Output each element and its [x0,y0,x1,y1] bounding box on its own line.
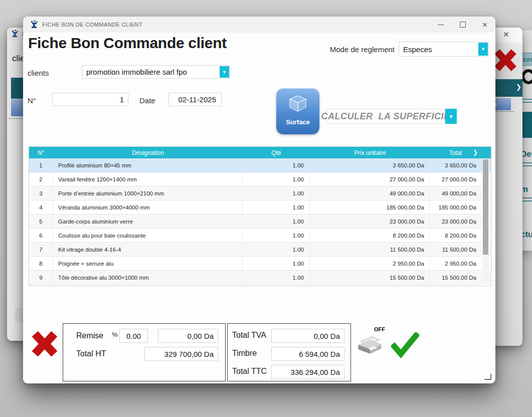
maximize-button[interactable] [455,17,470,33]
total-ttc-label: Total TTC [232,367,267,376]
close-button[interactable]: ✕ [477,17,492,33]
window-titlebar: FICHE BON DE COMMANDE CLIENT ✕ [23,17,495,33]
surface-button-label: Surface [276,118,319,126]
col-header-qte[interactable]: Qté [243,147,310,158]
table-row[interactable]: 5 Garde-corps aluminium verre 1.00 23 00… [29,215,491,229]
app-icon [11,30,19,38]
numero-input[interactable]: 1 [52,93,128,106]
delete-icon[interactable] [493,47,518,74]
table-row[interactable]: 1 Profilé aluminium 80×45 mm 1.00 3 650,… [29,158,491,172]
vertical-scrollbar[interactable] [482,159,489,284]
remise-total-ht-box: Remise % 0.00 0,00 Da Total HT 329 700,0… [63,323,226,381]
numero-label: N° [28,96,36,105]
remise-label: Remise [76,331,103,340]
window-title: FICHE BON DE COMMANDE CLIENT [42,22,142,28]
app-icon [30,21,38,29]
resize-grip[interactable] [484,374,491,380]
chevron-down-icon[interactable]: ▼ [220,66,229,78]
mode-reglement-select[interactable]: Especes ▼ [399,42,489,57]
clients-value: promotion immobiliere sarl fpo [86,68,187,76]
col-header-prix-unitaire[interactable]: Prix unitaire [310,147,430,158]
clients-select[interactable]: promotion immobiliere sarl fpo ▼ [82,65,230,79]
minimize-icon [438,25,444,25]
background-logo-icon [521,69,532,84]
table-row[interactable]: 7 Kit vitrage double 4-16-4 1.00 11 500,… [29,243,491,257]
background-nav-button[interactable]: ❯ [495,79,522,97]
table-row[interactable]: 2 Vantail fenêtre 1200×1400 mm 1.00 27 0… [29,172,491,186]
validate-icon[interactable] [391,332,419,360]
grid-body: 1 Profilé aluminium 80×45 mm 1.00 3 650,… [29,158,491,285]
table-row[interactable]: 8 Poignée + serrure alu 1.00 2 950,00 Da… [29,257,491,271]
background-tab-fragment[interactable]: ture [521,53,532,66]
col-header-numero[interactable]: N° [29,147,53,158]
chevron-down-icon[interactable]: ▼ [445,109,457,124]
cube-icon [286,93,309,116]
date-input[interactable]: 02-11-2025 [168,93,222,106]
surface-button[interactable]: Surface [276,88,319,134]
timbre-label: Timbre [232,349,257,358]
order-form-window: FICHE BON DE COMMANDE CLIENT ✕ Fiche Bon… [23,17,495,383]
printer-status-badge: OFF [374,326,385,332]
background-teal-block [522,112,532,138]
calculer-superficie-label: CALCULER LA SUPERFICIE [326,109,445,124]
chevron-right-icon: ❯ [516,83,521,91]
tva-timbre-ttc-box: Total TVA 0,00 Da Timbre 6 594,00 Da Tot… [227,323,351,381]
close-icon[interactable]: ✕ [503,30,509,39]
close-icon: ✕ [482,22,488,28]
total-ttc-input[interactable]: 336 294,00 Da [271,365,344,379]
clients-label: clients [28,69,49,77]
maximize-icon [460,22,466,28]
mode-reglement-value: Especes [403,45,432,54]
mode-reglement-label: Mode de reglement [318,45,395,54]
chevron-down-icon[interactable]: ▼ [478,43,488,56]
percent-label: % [112,331,118,338]
minimize-button[interactable] [433,17,448,33]
printer-icon[interactable] [355,332,384,357]
table-row[interactable]: 6 Coulisse alu pour baie coulissante 1.0… [29,229,491,243]
timbre-input[interactable]: 6 594,00 Da [271,347,344,361]
order-lines-grid: N° Désignation Qté Prix unitaire Total ❯… [29,146,491,286]
total-ht-input[interactable]: 329 700,00 Da [144,347,218,361]
page-title: Fiche Bon Commande client [28,35,227,52]
col-header-designation[interactable]: Désignation [53,147,243,158]
calculer-superficie-button[interactable]: CALCULER LA SUPERFICIE ▼ [326,109,457,124]
total-tva-label: Total TVA [232,331,266,340]
table-row[interactable]: 9 Tôle décorative alu 3000×1000 mm 1.00 … [29,271,491,285]
total-tva-input[interactable]: 0,00 Da [271,329,344,343]
remise-amount-input[interactable]: 0,00 Da [158,329,218,343]
remise-percent-input[interactable]: 0.00 [119,329,148,343]
grid-header: N° Désignation Qté Prix unitaire Total ❯ [29,147,491,158]
table-row[interactable]: 3 Porte d’entrée aluminium 1000×2100 mm … [29,186,491,200]
scrollbar-thumb[interactable] [483,159,488,255]
total-ht-label: Total HT [76,349,106,358]
chevron-right-icon[interactable]: ❯ [473,149,478,156]
cancel-icon[interactable] [30,329,59,358]
table-row[interactable]: 4 Véranda aluminium 3000×4000 mm 1.00 18… [29,200,491,215]
date-label: Date [139,96,155,105]
